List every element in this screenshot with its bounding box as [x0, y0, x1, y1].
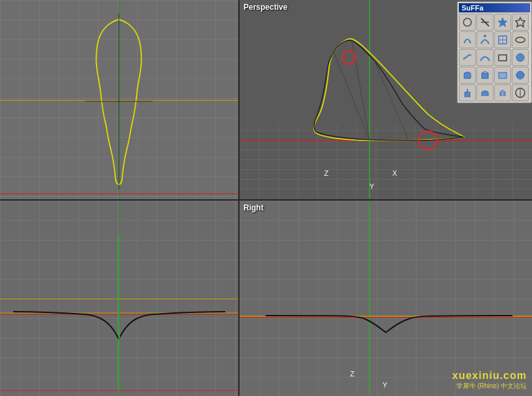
svg-point-46 — [516, 37, 525, 42]
right-label: Right — [243, 203, 264, 212]
tb-btn-14[interactable] — [494, 67, 511, 84]
svg-rect-53 — [465, 92, 470, 97]
tb-btn-6[interactable] — [494, 31, 511, 48]
tb-btn-18[interactable] — [494, 84, 511, 101]
viewport-right[interactable]: Right Z Y xuexiniu.com 学犀牛 (Rhino) 中文论坛 — [240, 201, 532, 396]
watermark: xuexiniu.com 学犀牛 (Rhino) 中文论坛 — [452, 370, 527, 391]
tb-btn-11[interactable] — [512, 49, 529, 66]
tb-btn-10[interactable] — [494, 49, 511, 66]
tb-btn-17[interactable] — [477, 84, 493, 101]
tb-btn-4[interactable] — [459, 31, 476, 48]
toolbar-grid — [459, 14, 530, 101]
perspective-label: Perspective — [243, 3, 287, 12]
svg-text:X: X — [392, 169, 398, 177]
tb-btn-7[interactable] — [512, 31, 529, 48]
svg-point-48 — [516, 54, 524, 61]
tb-btn-2[interactable] — [494, 14, 511, 31]
right-viewport-svg: Z Y — [240, 201, 532, 396]
tb-btn-13[interactable] — [477, 67, 493, 84]
tb-btn-12[interactable] — [459, 67, 476, 84]
svg-line-28 — [334, 52, 369, 140]
main-container: Perspective — [0, 0, 532, 396]
svg-rect-50 — [499, 73, 507, 78]
tb-btn-9[interactable] — [477, 49, 493, 66]
viewport-top-left[interactable] — [0, 0, 238, 199]
svg-text:Z: Z — [324, 169, 328, 177]
tb-btn-5[interactable] — [477, 31, 493, 48]
viewport-bottom-left[interactable] — [0, 201, 238, 396]
svg-line-30 — [374, 60, 409, 140]
svg-point-51 — [516, 71, 524, 79]
tb-btn-8[interactable] — [459, 49, 476, 66]
tb-btn-1[interactable] — [477, 14, 493, 31]
spoon-outline-svg — [0, 0, 238, 199]
tb-btn-3[interactable] — [512, 14, 529, 31]
watermark-url: xuexiniu.com — [452, 370, 527, 382]
svg-point-31 — [342, 51, 355, 64]
toolbar-title: SuFFa — [459, 3, 530, 12]
svg-rect-49 — [482, 73, 488, 78]
tb-btn-0[interactable] — [459, 14, 476, 31]
watermark-subtitle: 学犀牛 (Rhino) 中文论坛 — [452, 382, 527, 391]
svg-point-41 — [463, 18, 471, 26]
toolbar-panel: SuFFa — [457, 1, 532, 103]
tb-btn-15[interactable] — [512, 67, 529, 84]
svg-text:Y: Y — [369, 182, 375, 190]
svg-text:Z: Z — [350, 370, 354, 378]
tb-btn-16[interactable] — [459, 84, 476, 101]
axis-red-bl — [0, 390, 238, 391]
tb-btn-19[interactable] — [512, 84, 529, 101]
svg-rect-47 — [499, 55, 507, 61]
svg-text:Y: Y — [383, 381, 388, 389]
axis-v-bl — [119, 201, 120, 396]
svg-point-42 — [484, 35, 486, 37]
